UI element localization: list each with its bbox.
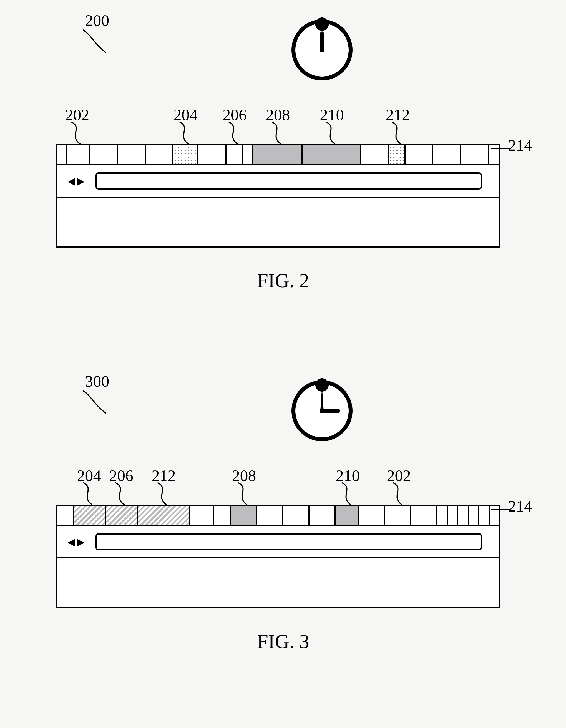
channel-segment — [448, 506, 459, 525]
figure-id-label: 300 — [85, 372, 109, 391]
segment-ref-label: 212 — [386, 105, 410, 124]
channel-segment — [361, 145, 389, 164]
segment-ref-label: 212 — [152, 466, 176, 485]
leader-line — [233, 483, 255, 505]
address-input[interactable] — [95, 172, 482, 190]
leader-line — [491, 148, 511, 149]
clock-icon — [291, 380, 353, 441]
leader-line — [267, 122, 289, 144]
back-button[interactable]: ◂ — [68, 174, 75, 188]
channel-bar — [56, 144, 500, 165]
channel-segment — [283, 506, 310, 525]
channel-segment — [138, 506, 190, 525]
segment-ref-label: 202 — [387, 466, 411, 485]
channel-segment — [257, 506, 283, 525]
channel-segment — [437, 506, 448, 525]
segment-ref-label: 202 — [65, 105, 89, 124]
channel-segment — [458, 506, 469, 525]
leader-line — [78, 483, 100, 505]
channel-segment — [389, 145, 406, 164]
channel-bar — [56, 505, 500, 526]
channel-segment — [90, 145, 118, 164]
figure-id-label: 200 — [85, 11, 109, 30]
browser-panel: ◂ ▸ — [56, 164, 500, 248]
bar-ref-label: 214 — [508, 497, 532, 515]
channel-segment — [303, 145, 361, 164]
channel-segment — [253, 145, 303, 164]
segment-ref-label: 208 — [232, 466, 256, 485]
channel-segment — [310, 506, 336, 525]
leader-line — [81, 388, 114, 416]
leader-line — [337, 483, 359, 505]
back-button[interactable]: ◂ — [68, 535, 75, 548]
address-bar-row: ◂ ▸ — [57, 165, 499, 198]
segment-ref-label: 210 — [320, 105, 344, 124]
browser-panel: ◂ ▸ — [56, 525, 500, 608]
segment-ref-label: 210 — [336, 466, 360, 485]
leader-line — [174, 122, 197, 144]
channel-segment — [385, 506, 411, 525]
channel-segment — [57, 145, 67, 164]
leader-line — [223, 122, 246, 144]
leader-line — [321, 122, 343, 144]
leader-line — [491, 509, 511, 510]
channel-segment — [190, 506, 214, 525]
leader-line — [388, 483, 410, 505]
channel-segment — [243, 145, 253, 164]
figure-caption: FIG. 3 — [36, 630, 530, 653]
forward-button[interactable]: ▸ — [77, 535, 84, 548]
bar-ref-label: 214 — [508, 136, 532, 155]
nav-arrows: ◂ ▸ — [57, 174, 95, 188]
channel-segment — [469, 506, 479, 525]
channel-segment — [74, 506, 106, 525]
channel-segment — [411, 506, 437, 525]
leader-line — [387, 122, 409, 144]
channel-segment — [214, 506, 231, 525]
address-bar-row: ◂ ▸ — [57, 526, 499, 558]
segment-ref-label: 208 — [266, 105, 290, 124]
segment-ref-label: 206 — [223, 105, 247, 124]
channel-segment — [57, 506, 74, 525]
channel-segment — [67, 145, 90, 164]
channel-segment — [173, 145, 198, 164]
channel-segment — [479, 506, 490, 525]
segment-ref-label: 204 — [77, 466, 101, 485]
clock-icon: /*placeholder so earlier style not neede… — [291, 19, 353, 80]
leader-line — [66, 122, 88, 144]
channel-segment — [146, 145, 174, 164]
channel-segment — [227, 145, 243, 164]
channel-segment — [198, 145, 227, 164]
channel-segment — [461, 145, 489, 164]
address-input[interactable] — [95, 533, 482, 550]
channel-segment — [433, 145, 461, 164]
segment-ref-label: 204 — [173, 105, 198, 124]
segment-ref-label: 206 — [109, 466, 133, 485]
channel-segment — [231, 506, 257, 525]
channel-segment — [118, 145, 146, 164]
channel-segment — [406, 145, 434, 164]
leader-line — [81, 27, 114, 55]
nav-arrows: ◂ ▸ — [57, 535, 95, 548]
channel-segment — [359, 506, 385, 525]
leader-line — [152, 483, 175, 505]
channel-segment — [336, 506, 359, 525]
channel-segment — [106, 506, 138, 525]
figure-caption: FIG. 2 — [36, 269, 530, 292]
forward-button[interactable]: ▸ — [77, 174, 84, 188]
leader-line — [110, 483, 132, 505]
